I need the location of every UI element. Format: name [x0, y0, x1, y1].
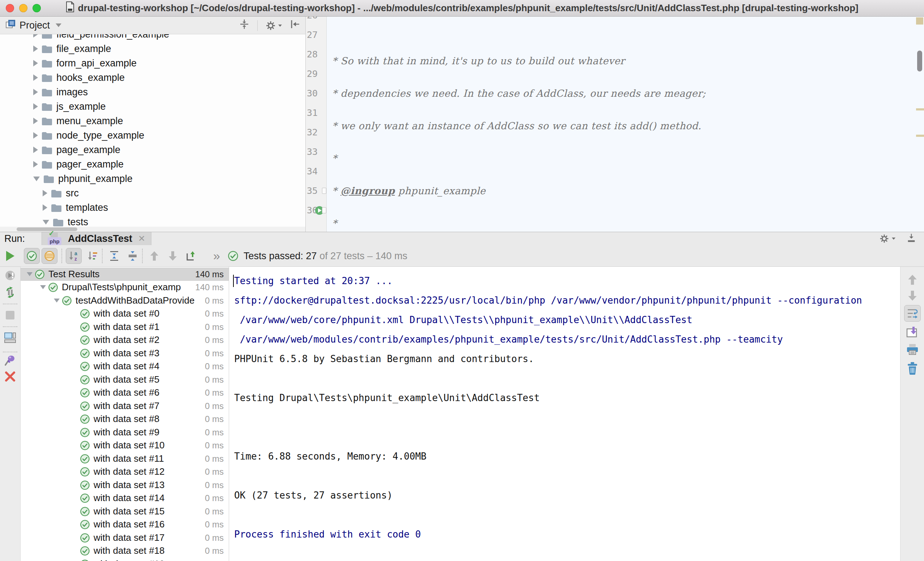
tree-item-page-example[interactable]: page_example	[0, 143, 305, 157]
minimize-window-button[interactable]	[19, 4, 27, 12]
scroll-to-end-icon[interactable]	[906, 326, 919, 340]
test-case-row[interactable]: with data set #190 ms	[21, 557, 229, 561]
up-stack-trace-icon[interactable]	[908, 274, 918, 287]
chevron-down-icon[interactable]	[40, 285, 46, 289]
show-ignored-toggle[interactable]	[42, 248, 57, 264]
test-case-row[interactable]: with data set #60 ms	[21, 386, 229, 399]
chevron-right-icon[interactable]	[33, 89, 38, 95]
test-case-row[interactable]: with data set #180 ms	[21, 544, 229, 557]
fold-marker-icon[interactable]	[322, 207, 326, 213]
test-case-row[interactable]: with data set #100 ms	[21, 438, 229, 452]
test-node-label: with data set #8	[94, 413, 159, 425]
chevron-down-icon[interactable]	[43, 220, 49, 224]
hide-panel-icon[interactable]	[290, 18, 301, 33]
close-icon[interactable]: ✕	[138, 233, 145, 244]
chevron-right-icon[interactable]	[33, 132, 38, 139]
gear-icon[interactable]	[265, 20, 282, 31]
chevron-down-icon[interactable]	[54, 299, 60, 302]
restore-layout-icon[interactable]	[4, 332, 16, 346]
sort-by-duration-button[interactable]	[84, 248, 100, 264]
tree-item-form-api-example[interactable]: form_api_example	[0, 56, 305, 70]
test-case-row[interactable]: with data set #90 ms	[21, 426, 229, 439]
test-case-row[interactable]: with data set #120 ms	[21, 465, 229, 478]
scrollbar-thumb[interactable]	[16, 227, 77, 231]
chevron-right-icon[interactable]	[33, 147, 38, 153]
tree-item-field-permission-example[interactable]: field_permission_example	[0, 34, 305, 42]
close-icon[interactable]	[4, 371, 16, 384]
editor-text-area[interactable]: * So with that in mind, it's up to us to…	[327, 16, 924, 232]
fold-marker-icon[interactable]	[322, 188, 326, 194]
test-case-row[interactable]: with data set #30 ms	[21, 347, 229, 360]
chevron-right-icon[interactable]	[33, 161, 38, 168]
tree-item-src[interactable]: src	[0, 186, 305, 200]
chevron-right-icon[interactable]	[43, 190, 47, 196]
test-method-row[interactable]: testAddWithBadDataProvide 0 ms	[21, 294, 229, 307]
editor-error-stripe[interactable]	[915, 16, 924, 232]
test-case-row[interactable]: with data set #80 ms	[21, 412, 229, 426]
test-results-tree[interactable]: Test Results 140 ms Drupal\Tests\phpunit…	[21, 267, 229, 561]
show-passed-toggle[interactable]	[24, 248, 40, 264]
gear-icon[interactable]	[879, 233, 896, 244]
chevron-right-icon[interactable]	[33, 118, 38, 124]
chevron-down-icon[interactable]	[27, 272, 33, 276]
chevron-double-right-icon[interactable]: »	[213, 245, 220, 267]
test-case-row[interactable]: with data set #140 ms	[21, 491, 229, 505]
test-case-row[interactable]: with data set #170 ms	[21, 531, 229, 545]
zoom-window-button[interactable]	[33, 4, 41, 12]
test-case-row[interactable]: with data set #70 ms	[21, 399, 229, 413]
stop-icon[interactable]	[5, 310, 15, 322]
expand-all-button[interactable]	[106, 248, 122, 264]
import-test-results-button[interactable]	[183, 248, 199, 264]
collapse-all-button[interactable]	[124, 248, 141, 264]
chevron-down-icon[interactable]	[33, 177, 40, 181]
hide-panel-icon[interactable]	[906, 232, 917, 245]
clear-all-icon[interactable]	[906, 361, 919, 377]
test-case-row[interactable]: with data set #10 ms	[21, 320, 229, 334]
chevron-right-icon[interactable]	[33, 34, 38, 37]
test-suite-row[interactable]: Drupal\Tests\phpunit_examp 140 ms	[21, 280, 229, 294]
tree-item-images[interactable]: images	[0, 85, 305, 99]
print-icon[interactable]	[906, 343, 919, 357]
soft-wrap-toggle[interactable]	[904, 305, 921, 322]
test-case-row[interactable]: with data set #20 ms	[21, 333, 229, 347]
test-case-row[interactable]: with data set #40 ms	[21, 359, 229, 373]
chevron-right-icon[interactable]	[33, 45, 38, 52]
editor-scrollbar-thumb[interactable]	[917, 51, 922, 72]
tree-item-hooks-example[interactable]: hooks_example	[0, 70, 305, 85]
test-passed-icon	[80, 519, 90, 530]
tree-item-js-example[interactable]: js_example	[0, 99, 305, 114]
chevron-right-icon[interactable]	[33, 60, 38, 66]
test-case-row[interactable]: with data set #00 ms	[21, 307, 229, 320]
collapse-all-icon[interactable]	[238, 18, 250, 33]
test-results-root-row[interactable]: Test Results 140 ms	[21, 268, 229, 281]
toggle-auto-test-icon[interactable]	[4, 286, 16, 300]
test-case-row[interactable]: with data set #150 ms	[21, 505, 229, 518]
run-tab-addclasstest[interactable]: ✓ php AddClassTest ✕	[42, 232, 152, 245]
next-occurrence-button[interactable]	[165, 248, 181, 264]
close-window-button[interactable]	[6, 4, 14, 12]
project-panel-title: Project	[20, 20, 50, 31]
test-case-row[interactable]: with data set #110 ms	[21, 452, 229, 465]
pin-tab-icon[interactable]	[4, 354, 16, 368]
tree-item-pager-example[interactable]: pager_example	[0, 157, 305, 172]
code-editor[interactable]: 26 27 28 29 30 31 32 33 34 35 36 * So wi…	[306, 16, 924, 232]
test-case-row[interactable]: with data set #130 ms	[21, 478, 229, 492]
rerun-button[interactable]	[2, 248, 18, 264]
previous-occurrence-button[interactable]	[146, 248, 162, 264]
horizontal-scrollbar[interactable]	[0, 227, 305, 232]
tree-item-node-type-example[interactable]: node_type_example	[0, 128, 305, 143]
test-console-output[interactable]: Testing started at 20:37 ... sftp://dock…	[229, 267, 900, 561]
test-case-row[interactable]: with data set #50 ms	[21, 373, 229, 386]
tree-item-phpunit-example[interactable]: phpunit_example	[0, 172, 305, 186]
tree-item-file-example[interactable]: file_example	[0, 42, 305, 56]
project-view-dropdown-icon[interactable]	[56, 24, 62, 27]
sort-alphabetically-toggle[interactable]: az	[66, 248, 82, 264]
rerun-failed-tests-icon[interactable]	[5, 270, 15, 282]
tree-item-menu-example[interactable]: menu_example	[0, 114, 305, 128]
tree-item-templates[interactable]: templates	[0, 200, 305, 215]
test-case-row[interactable]: with data set #160 ms	[21, 518, 229, 531]
chevron-right-icon[interactable]	[33, 103, 38, 110]
down-stack-trace-icon[interactable]	[908, 290, 918, 303]
chevron-right-icon[interactable]	[33, 74, 38, 81]
chevron-right-icon[interactable]	[43, 204, 47, 211]
